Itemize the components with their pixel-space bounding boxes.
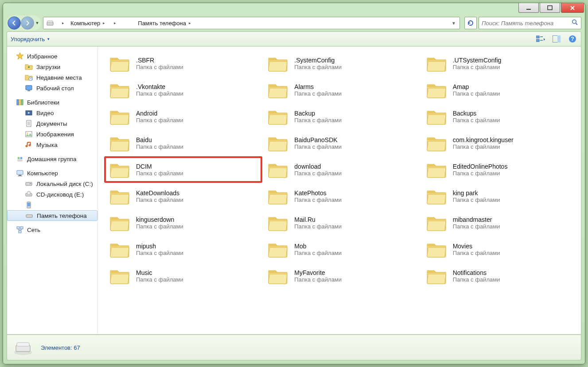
breadcrumb-item[interactable]: Память телефона▸ (134, 17, 194, 29)
sidebar-item-label: CD-дисковод (E:) (36, 191, 84, 198)
search-box[interactable] (479, 17, 581, 29)
sidebar-item-music[interactable]: Музыка (7, 139, 97, 150)
details-pane: Элементов: 67 (7, 335, 581, 360)
breadcrumb-item[interactable]: Компьютер▸ (67, 17, 108, 29)
refresh-button[interactable] (464, 17, 477, 29)
svg-rect-7 (536, 39, 539, 42)
folder-item[interactable]: kinguserdownПапка с файлами (104, 209, 262, 236)
folder-item[interactable]: AndroidПапка с файлами (104, 103, 262, 130)
sidebar-item-local-disk[interactable]: Локальный диск (C:) (7, 178, 97, 189)
breadcrumb-root[interactable]: ▸ (56, 17, 67, 29)
folder-item[interactable]: mipushПапка с файлами (104, 236, 262, 263)
forward-button[interactable] (21, 16, 34, 30)
folder-name: Notifications (453, 269, 500, 276)
folder-item[interactable]: Mail.RuПапка с файлами (262, 209, 421, 236)
history-dropdown[interactable]: ▼ (34, 21, 40, 25)
folder-subtitle: Папка с файлами (294, 276, 342, 283)
close-button[interactable] (561, 3, 584, 13)
folder-icon (109, 266, 131, 286)
folder-item[interactable]: downloadПапка с файлами (262, 156, 421, 183)
svg-rect-40 (26, 215, 32, 217)
preview-pane-button[interactable] (552, 34, 561, 44)
folder-item[interactable]: .VkontakteПапка с файлами (104, 77, 262, 103)
sidebar-label: Избранное (27, 53, 57, 60)
breadcrumb-item[interactable]: ▸ (108, 17, 134, 29)
sidebar-libraries[interactable]: Библиотеки (7, 97, 97, 108)
folder-item[interactable]: AlarmsПапка с файлами (262, 77, 421, 103)
sidebar-item-pictures[interactable]: Изображения (7, 129, 97, 139)
folder-item[interactable]: MusicПапка с файлами (104, 263, 262, 289)
sidebar-item-videos[interactable]: Видео (7, 108, 97, 118)
svg-rect-42 (20, 227, 23, 229)
sidebar-item-downloads[interactable]: Загрузки (7, 62, 97, 72)
folder-item[interactable]: mibandmasterПапка с файлами (421, 209, 579, 236)
folder-subtitle: Папка с файлами (294, 64, 342, 70)
folder-item[interactable]: AmapПапка с файлами (421, 77, 579, 103)
folder-item[interactable]: BackupsПапка с файлами (421, 103, 579, 130)
folder-item[interactable]: MyFavoriteПапка с файлами (262, 263, 421, 289)
folder-item[interactable]: .SystemConfigПапка с файлами (262, 50, 421, 77)
sidebar-homegroup[interactable]: Домашняя группа (7, 154, 97, 164)
sidebar-item-phone-storage[interactable]: Память телефона (7, 210, 97, 221)
sidebar-item-device[interactable] (7, 200, 97, 210)
folder-item[interactable]: KateDownloadsПапка с файлами (104, 183, 262, 209)
folder-item[interactable]: MobПапка с файлами (262, 236, 421, 263)
folder-item[interactable]: BackupПапка с файлами (262, 103, 421, 130)
back-button[interactable] (8, 16, 21, 30)
navigation-bar: ▼ ▸ Компьютер▸ ▸ Память телефона▸ ▼ (7, 15, 581, 31)
folder-item[interactable]: BaiduPanoSDKПапка с файлами (262, 130, 421, 156)
folder-item[interactable]: king parkПапка с файлами (421, 183, 579, 209)
folder-item[interactable]: com.kingroot.kinguserПапка с файлами (421, 130, 579, 156)
folder-item[interactable]: KatePhotosПапка с файлами (262, 183, 421, 209)
folder-item[interactable]: DCIMПапка с файлами (104, 156, 262, 183)
folder-item[interactable]: .UTSystemConfigПапка с файлами (421, 50, 579, 77)
folder-list[interactable]: .SBFRПапка с файлами.SystemConfigПапка с… (98, 46, 581, 334)
svg-rect-43 (19, 231, 21, 233)
svg-rect-41 (17, 227, 19, 229)
folder-name: Music (136, 269, 183, 276)
sidebar-computer[interactable]: Компьютер (7, 168, 97, 178)
navigation-pane[interactable]: Избранное Загрузки Недавние места Рабочи… (7, 46, 98, 334)
drive-icon (25, 212, 33, 220)
address-bar[interactable]: ▸ Компьютер▸ ▸ Память телефона▸ ▼ (43, 17, 460, 29)
sidebar-favorites[interactable]: Избранное (7, 51, 97, 62)
organize-menu[interactable]: Упорядочить ▼ (11, 36, 50, 42)
svg-point-27 (18, 157, 20, 159)
folder-item[interactable]: BaiduПапка с файлами (104, 130, 262, 156)
folder-subtitle: Папка с файлами (294, 117, 342, 124)
folder-name: .Vkontakte (136, 83, 183, 90)
maximize-button[interactable] (540, 3, 560, 13)
folder-name: Backups (453, 110, 500, 117)
sidebar-item-label: Изображения (36, 131, 74, 138)
music-icon (25, 141, 33, 149)
organize-label: Упорядочить (11, 36, 45, 42)
folder-icon (425, 186, 448, 206)
folder-subtitle: Папка с файлами (453, 90, 500, 97)
view-options-button[interactable] (536, 34, 545, 44)
folder-icon (267, 160, 289, 179)
folder-item[interactable]: NotificationsПапка с файлами (421, 263, 579, 289)
svg-rect-18 (19, 100, 21, 105)
folder-icon (267, 266, 289, 286)
address-dropdown[interactable]: ▼ (449, 21, 459, 26)
disk-icon (25, 180, 33, 188)
search-input[interactable] (482, 20, 572, 27)
sidebar-item-cd-drive[interactable]: CD-дисковод (E:) (7, 189, 97, 200)
folder-name: Alarms (294, 83, 342, 90)
folder-item[interactable]: MoviesПапка с файлами (421, 236, 579, 263)
sidebar-item-desktop[interactable]: Рабочий стол (7, 83, 97, 93)
sidebar-item-label: Недавние места (36, 74, 82, 81)
folder-subtitle: Папка с файлами (294, 90, 342, 97)
folder-icon (425, 240, 448, 259)
svg-point-28 (20, 157, 23, 159)
folder-name: com.kingroot.kinguser (453, 136, 514, 143)
sidebar-network[interactable]: Сеть (7, 224, 97, 235)
sidebar-item-documents[interactable]: Документы (7, 118, 97, 129)
minimize-button[interactable] (518, 3, 539, 13)
folder-name: king park (453, 189, 500, 197)
help-button[interactable]: ? (568, 34, 577, 44)
sidebar-item-recent[interactable]: Недавние места (7, 72, 97, 83)
svg-rect-32 (18, 176, 22, 176)
folder-item[interactable]: .SBFRПапка с файлами (104, 50, 262, 77)
folder-item[interactable]: EditedOnlinePhotosПапка с файлами (421, 156, 579, 183)
